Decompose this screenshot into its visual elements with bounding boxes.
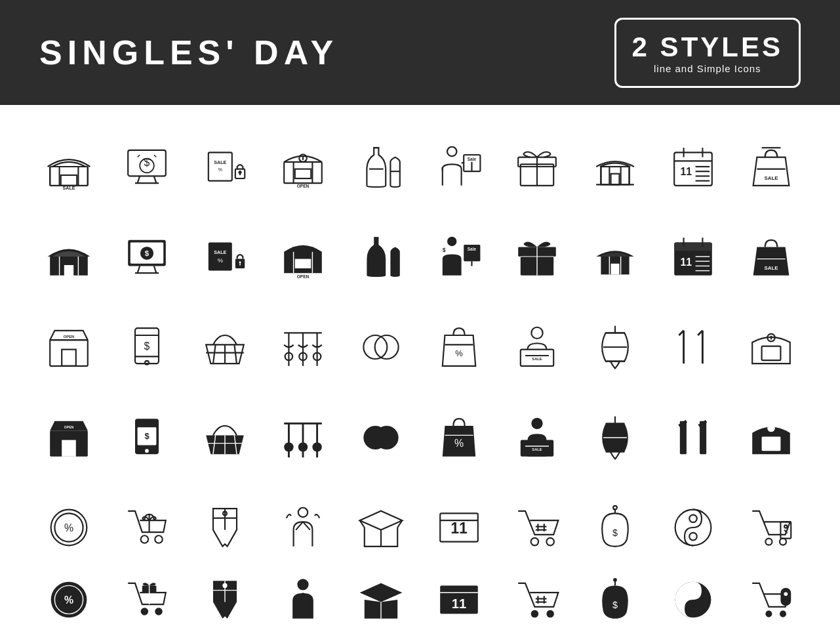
icon-market-stall-open-solid: OPEN (267, 215, 338, 299)
icon-computer-cart-line: $ (111, 125, 182, 209)
svg-point-189 (531, 538, 539, 546)
svg-point-210 (155, 608, 163, 615)
svg-text:11: 11 (452, 596, 466, 611)
svg-point-28 (447, 147, 456, 156)
svg-text:$: $ (612, 600, 618, 610)
icon-chinese-building-solid (580, 215, 651, 299)
icon-bag-sale-solid: SALE (736, 215, 807, 299)
svg-point-156 (284, 442, 293, 451)
svg-point-126 (532, 327, 543, 339)
svg-text:SALE: SALE (62, 184, 75, 190)
icon-open-box-solid (345, 576, 416, 623)
svg-rect-155 (316, 423, 318, 457)
svg-rect-37 (601, 167, 630, 184)
svg-point-234 (780, 611, 786, 617)
svg-rect-153 (288, 423, 290, 457)
svg-text:$: $ (144, 341, 150, 352)
svg-point-236 (784, 592, 788, 596)
icon-person-sale-board-solid: $ Sale (423, 215, 494, 299)
icon-prize-bag-line: $ (580, 486, 651, 570)
svg-text:$: $ (612, 528, 618, 538)
svg-line-111 (213, 344, 216, 363)
icon-bar-glasses-solid (267, 396, 338, 480)
svg-point-202 (780, 539, 786, 545)
icon-kiosk-line (736, 305, 807, 389)
svg-point-199 (690, 515, 698, 523)
svg-rect-0 (50, 167, 88, 186)
icon-cart-gift-line (111, 486, 182, 570)
svg-rect-173 (762, 436, 781, 451)
icon-basket-line (189, 305, 260, 389)
icon-cart-hash-line (502, 486, 573, 570)
icon-cart-hash-solid (502, 576, 573, 623)
icon-computer-cart-solid: $ (111, 215, 182, 299)
icon-eleven-line (658, 305, 729, 389)
icon-eleven-solid (658, 396, 729, 480)
svg-point-200 (690, 533, 698, 541)
svg-text:OPEN: OPEN (297, 184, 310, 188)
icon-lantern-line (580, 305, 651, 389)
svg-text:%: % (455, 348, 463, 358)
icon-bottle-glass-line (345, 125, 416, 209)
svg-text:OPEN: OPEN (64, 425, 73, 428)
icon-yin-yang-line (658, 486, 729, 570)
svg-text:%: % (218, 167, 222, 173)
svg-point-216 (297, 579, 308, 590)
svg-point-71 (239, 262, 241, 264)
icon-store-open-solid: OPEN (33, 396, 104, 480)
svg-point-110 (145, 361, 149, 365)
icon-kiosk-solid (736, 396, 807, 480)
svg-text:SALE: SALE (214, 159, 226, 165)
svg-point-174 (768, 424, 776, 432)
svg-text:11: 11 (681, 257, 692, 268)
svg-text:SALE: SALE (214, 250, 226, 256)
svg-point-229 (613, 578, 617, 582)
svg-text:Sale: Sale (468, 247, 477, 252)
svg-rect-104 (62, 350, 76, 366)
svg-rect-154 (302, 423, 304, 457)
svg-point-233 (766, 611, 772, 617)
icon-mobile-cart-line: $ (111, 305, 182, 389)
svg-point-221 (531, 610, 539, 618)
svg-text:$: $ (144, 431, 150, 441)
svg-rect-19 (284, 162, 322, 183)
icon-gift-box-solid (502, 215, 573, 299)
styles-sub: line and Simple Icons (632, 63, 783, 74)
icon-cashier-sale-line: SALE (502, 305, 573, 389)
svg-line-113 (234, 344, 237, 363)
icon-basket-solid (189, 396, 260, 480)
svg-point-147 (145, 449, 149, 453)
svg-text:Sale: Sale (468, 157, 477, 161)
svg-point-163 (532, 417, 543, 428)
svg-point-231 (690, 587, 698, 595)
svg-text:$: $ (144, 250, 149, 258)
icon-lantern-solid (580, 396, 651, 480)
svg-point-158 (312, 442, 321, 451)
icon-pants-tag-solid (189, 576, 260, 623)
svg-point-178 (140, 535, 148, 543)
svg-point-78 (447, 237, 456, 246)
svg-line-9 (153, 176, 156, 183)
icon-cart-gift-solid (111, 576, 182, 623)
icon-rings-solid (345, 396, 416, 480)
svg-rect-22 (295, 169, 311, 178)
svg-rect-5 (60, 175, 76, 186)
svg-text:SALE: SALE (63, 276, 75, 280)
svg-text:SALE: SALE (765, 266, 778, 272)
svg-text:%: % (217, 257, 222, 264)
svg-rect-102 (50, 340, 88, 366)
icon-prize-bag-solid: $ (580, 576, 651, 623)
icon-bottle-glass-solid (345, 215, 416, 299)
svg-point-184 (298, 508, 308, 517)
svg-text:%: % (64, 522, 73, 533)
styles-badge: 2 STYLES line and Simple Icons (614, 18, 801, 88)
svg-point-232 (690, 605, 698, 613)
icon-bag-sale-line: SALE (736, 125, 807, 209)
icon-person-sale-board-line: $ Sale (423, 125, 494, 209)
svg-point-209 (140, 608, 148, 615)
header-title: SINGLES' DAY (39, 33, 338, 72)
svg-rect-142 (62, 440, 76, 456)
icon-mobile-cart-solid: $ (111, 396, 182, 480)
svg-text:11: 11 (681, 166, 692, 177)
svg-point-157 (298, 442, 308, 451)
